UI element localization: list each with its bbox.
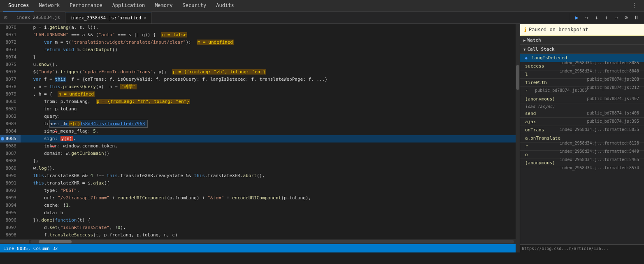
resume-btn[interactable]: ▶ — [572, 13, 581, 22]
table-row: 8095 data: h — [0, 209, 516, 217]
call-item-name: send — [525, 111, 536, 116]
code-panel: 8070 p = i.getLang(a, s, l)), 8071 "LAN-… — [0, 24, 516, 252]
call-item-name: r — [525, 88, 528, 93]
nav-tab-sources[interactable]: Sources — [3, 0, 34, 12]
paused-banner: ℹ Paused on breakpoint — [520, 24, 644, 36]
call-stack-item-langisdeteced[interactable]: ● langIsDeteced index_2958d34.j...format… — [520, 54, 644, 62]
watch-triangle-icon: ▶ — [523, 38, 525, 42]
call-item-name: (anonymous) — [525, 96, 555, 102]
table-row: 8099 — [0, 239, 516, 239]
status-bar: Line 8085, Column 32 — [0, 244, 516, 252]
line-number: 8082 — [0, 113, 21, 120]
line-content: token: window.common.token, — [21, 143, 516, 150]
line-number: 8079 — [0, 91, 21, 98]
line-number: 8093 — [0, 194, 21, 202]
nav-tab-security[interactable]: Security — [177, 0, 211, 12]
line-content: var f = this f = {onTrans: f, isQueryVal… — [21, 76, 516, 83]
call-stack-item-send[interactable]: send public_bd78874.js:408 — [520, 110, 644, 118]
scroll-thumb[interactable] — [39, 240, 72, 243]
line-number: 8092 — [0, 187, 21, 194]
line-number: 8099 — [0, 239, 21, 239]
line-content: return void m.clearOutput() — [21, 46, 516, 54]
table-row: 8070 p = i.getLang(a, s, l)), — [0, 24, 516, 31]
status-text: Line 8085, Column 32 — [3, 246, 58, 251]
table-row: 8097 d.set("isInRtTransState", !0), — [0, 224, 516, 231]
call-item-name: success — [525, 63, 544, 69]
more-menu-button[interactable]: ⋮ — [628, 2, 641, 9]
call-stack-item-aontranslate[interactable]: a.onTranslate index_2958d34.j...formatte… — [520, 134, 644, 143]
call-item-location: public_bd78874.js:395 — [587, 119, 639, 124]
nav-tab-application[interactable]: Application — [107, 0, 150, 12]
line-content: query: e index_2958d34.js:formatted:7963… — [21, 113, 516, 120]
line-content: url: "/v2transapi?from=" + encodeURIComp… — [21, 194, 516, 202]
call-stack-async-separator: load (async) — [520, 103, 644, 110]
table-row: 8075 u.show(), — [0, 61, 516, 68]
call-item-name: o — [525, 152, 528, 157]
line-number: 8075 — [0, 61, 21, 68]
paused-icon: ℹ — [524, 26, 526, 33]
nav-tab-network[interactable]: Network — [34, 0, 65, 12]
sidebar-toggle-btn[interactable]: ⊡ — [1, 13, 11, 23]
line-number: 8097 — [0, 224, 21, 231]
file-tab-formatted[interactable]: index_2958d34.js:formatted ✕ — [65, 12, 151, 23]
line-number: 8088 — [0, 157, 21, 165]
scroll-left-space — [0, 240, 29, 243]
line-number: 8073 — [0, 46, 21, 54]
file-tab-source[interactable]: index_2958d34.js — [12, 12, 65, 23]
call-stack-item-ajax[interactable]: ajax public_bd78874.js:395 — [520, 118, 644, 126]
step-btn[interactable]: → — [612, 13, 621, 22]
line-number: 8076 — [0, 68, 21, 76]
scroll-thumb-v[interactable] — [516, 65, 519, 90]
close-tab-icon[interactable]: ✕ — [144, 16, 146, 20]
step-over-btn[interactable]: ↷ — [582, 13, 591, 22]
line-number: 8098 — [0, 231, 21, 239]
deactivate-btn[interactable]: ⊘ — [622, 13, 631, 22]
code-content[interactable]: 8070 p = i.getLang(a, s, l)), 8071 "LAN-… — [0, 24, 516, 239]
line-content: cache: !1, — [21, 202, 516, 209]
line-number: 8078 — [0, 83, 21, 91]
pause-btn[interactable]: ⏸ — [632, 13, 641, 22]
line-content: var m = t("translation:widget/translate/… — [21, 39, 516, 46]
step-into-btn[interactable]: ↓ — [592, 13, 601, 22]
table-row: 8096 }).done(function(t) { — [0, 217, 516, 224]
line-content: simpl_means_flag: 5, — [21, 128, 516, 135]
line-number: 8083 — [0, 120, 21, 128]
call-stack-item-ontrans[interactable]: onTrans index_2958d34.j...formatted:8035 — [520, 126, 644, 134]
line-number: 8096 — [0, 217, 21, 224]
call-item-location: public_bd78874.js:385 — [535, 88, 587, 93]
line-content: }; — [21, 157, 516, 165]
main-area: 8070 p = i.getLang(a, s, l)), 8071 "LAN-… — [0, 24, 644, 252]
watch-label: Watch — [527, 37, 541, 43]
line-number: 8081 — [0, 105, 21, 113]
nav-tab-memory[interactable]: Memory — [150, 0, 177, 12]
line-content — [21, 239, 516, 239]
line-number: 8071 — [0, 31, 21, 39]
table-row: 8090 this.translateXHR && 4 !== this.tra… — [0, 172, 516, 180]
call-item-name: a.onTranslate — [525, 136, 560, 141]
line-content: } — [21, 54, 516, 61]
table-row: 8082 query: e index_2958d34.js:formatted… — [0, 113, 516, 120]
debug-controls: ▶ ↷ ↓ ↑ → ⊘ ⏸ — [569, 13, 644, 22]
call-stack-list: ● langIsDeteced index_2958d34.j...format… — [520, 54, 644, 244]
table-row: 8081 to: p.toLang — [0, 105, 516, 113]
call-stack-item-anon1[interactable]: (anonymous) public_bd78874.js:407 — [520, 95, 644, 103]
line-number: 8089 — [0, 165, 21, 172]
line-number: 8086 — [0, 143, 21, 150]
table-row: 8091 this.translateXHR = $.ajax({ — [0, 180, 516, 187]
line-content: trans: f e(r) — [21, 120, 516, 128]
watch-section-header[interactable]: ▶ Watch — [520, 36, 644, 45]
nav-tab-performance[interactable]: Performance — [65, 0, 107, 12]
horizontal-scrollbar[interactable] — [0, 239, 516, 244]
line-number: 8091 — [0, 180, 21, 187]
scroll-track[interactable] — [30, 240, 514, 243]
table-row: 8094 cache: !1, — [0, 202, 516, 209]
call-stack-label: Call Stack — [527, 47, 554, 52]
call-item-name: r — [525, 144, 528, 149]
line-number: 8090 — [0, 172, 21, 180]
line-number: 8074 — [0, 54, 21, 61]
step-out-btn[interactable]: ↑ — [602, 13, 611, 22]
nav-tab-audits[interactable]: Audits — [211, 0, 239, 12]
vertical-scrollbar[interactable] — [516, 24, 520, 252]
call-stack-section-header[interactable]: ▼ Call Stack — [520, 45, 644, 54]
scroll-track-v[interactable] — [516, 24, 520, 252]
